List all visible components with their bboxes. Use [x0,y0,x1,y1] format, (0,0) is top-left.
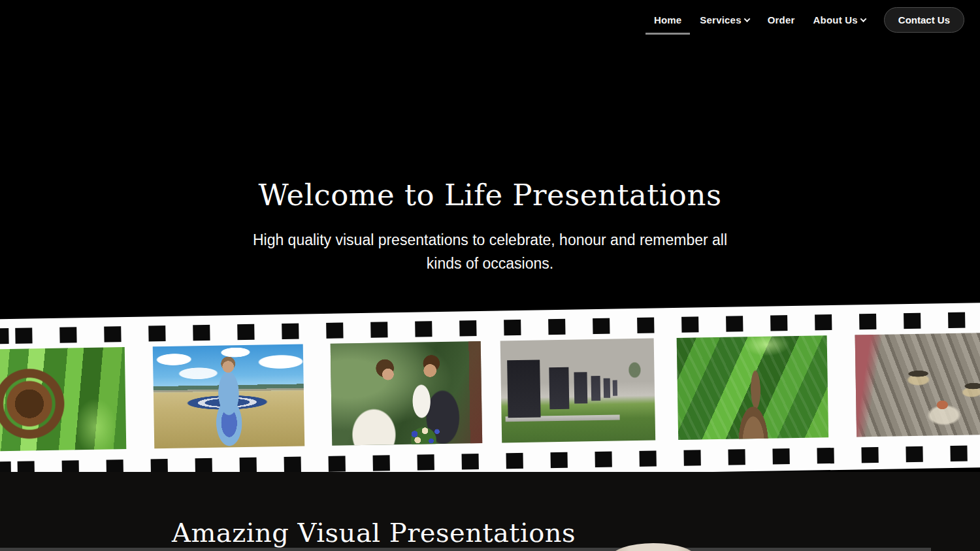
hero-subtitle: High quality visual presentations to cel… [235,229,745,275]
nav-item-about-us[interactable]: About Us [813,14,866,25]
nav-item-home[interactable]: Home [654,14,681,25]
filmstrip-photo-cemetery [500,339,656,443]
chevron-down-icon [860,16,866,22]
filmstrip-photo-child-airplane [153,344,305,448]
horizontal-scrollbar-thumb[interactable] [0,548,931,551]
page-title: Welcome to Life Presentations [0,178,980,212]
filmstrip-photo-fern [0,347,126,452]
active-underline [645,33,690,35]
section-heading: Amazing Visual Presentations [172,518,576,548]
filmstrip-photo-forest-track [677,335,829,440]
amazing-presentations-section: Amazing Visual Presentations [0,472,980,551]
filmstrip-banner [0,302,980,484]
nav-order-label: Order [768,14,795,25]
nav-home-label: Home [654,14,681,25]
filmstrip-photo-wedding-couple [331,341,483,446]
contact-us-button[interactable]: Contact Us [884,7,964,33]
nav-item-order[interactable]: Order [768,14,795,25]
nav-item-services[interactable]: Services [700,14,749,25]
nav-services-label: Services [700,14,741,25]
filmstrip-photo-cat [855,332,980,437]
chevron-down-icon [743,16,750,22]
page: Home Services Order About Us Contact Us … [0,0,980,551]
next-section-image-peek [611,543,696,551]
filmstrip-sprocket-holes-top [0,311,980,344]
nav-about-us-label: About Us [813,14,858,25]
main-navigation: Home Services Order About Us Contact Us [654,0,980,39]
